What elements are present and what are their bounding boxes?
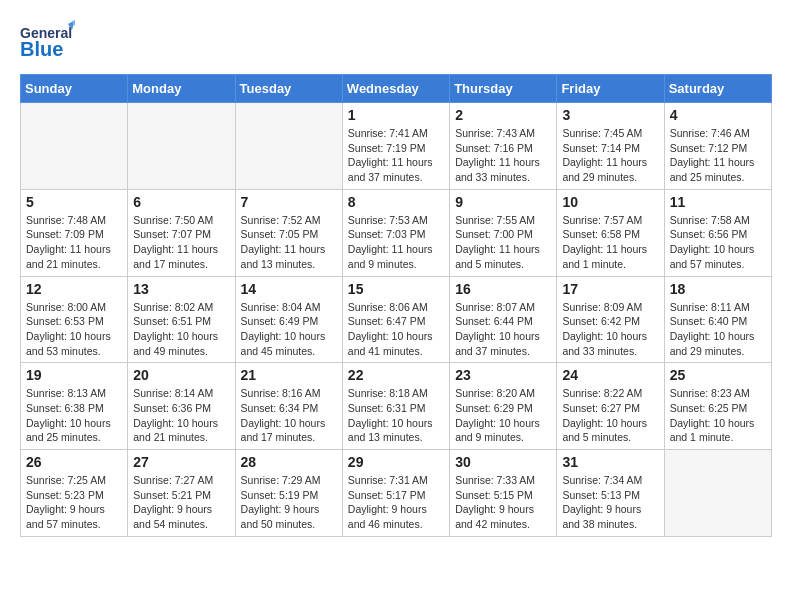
day-info: Sunrise: 7:29 AM Sunset: 5:19 PM Dayligh… (241, 473, 337, 532)
calendar-cell (664, 450, 771, 537)
day-info: Sunrise: 8:22 AM Sunset: 6:27 PM Dayligh… (562, 386, 658, 445)
calendar-cell: 16Sunrise: 8:07 AM Sunset: 6:44 PM Dayli… (450, 276, 557, 363)
calendar-cell: 31Sunrise: 7:34 AM Sunset: 5:13 PM Dayli… (557, 450, 664, 537)
weekday-header-saturday: Saturday (664, 75, 771, 103)
calendar-cell: 21Sunrise: 8:16 AM Sunset: 6:34 PM Dayli… (235, 363, 342, 450)
day-info: Sunrise: 8:07 AM Sunset: 6:44 PM Dayligh… (455, 300, 551, 359)
calendar-cell: 24Sunrise: 8:22 AM Sunset: 6:27 PM Dayli… (557, 363, 664, 450)
day-number: 7 (241, 194, 337, 210)
calendar-cell: 3Sunrise: 7:45 AM Sunset: 7:14 PM Daylig… (557, 103, 664, 190)
calendar-cell: 20Sunrise: 8:14 AM Sunset: 6:36 PM Dayli… (128, 363, 235, 450)
calendar-cell: 5Sunrise: 7:48 AM Sunset: 7:09 PM Daylig… (21, 189, 128, 276)
day-info: Sunrise: 8:14 AM Sunset: 6:36 PM Dayligh… (133, 386, 229, 445)
day-number: 9 (455, 194, 551, 210)
weekday-header-thursday: Thursday (450, 75, 557, 103)
calendar-cell: 6Sunrise: 7:50 AM Sunset: 7:07 PM Daylig… (128, 189, 235, 276)
day-info: Sunrise: 8:18 AM Sunset: 6:31 PM Dayligh… (348, 386, 444, 445)
day-number: 29 (348, 454, 444, 470)
day-info: Sunrise: 8:20 AM Sunset: 6:29 PM Dayligh… (455, 386, 551, 445)
day-info: Sunrise: 7:50 AM Sunset: 7:07 PM Dayligh… (133, 213, 229, 272)
weekday-header-monday: Monday (128, 75, 235, 103)
day-info: Sunrise: 7:55 AM Sunset: 7:00 PM Dayligh… (455, 213, 551, 272)
calendar-cell: 25Sunrise: 8:23 AM Sunset: 6:25 PM Dayli… (664, 363, 771, 450)
calendar-cell: 15Sunrise: 8:06 AM Sunset: 6:47 PM Dayli… (342, 276, 449, 363)
day-info: Sunrise: 8:06 AM Sunset: 6:47 PM Dayligh… (348, 300, 444, 359)
day-info: Sunrise: 7:46 AM Sunset: 7:12 PM Dayligh… (670, 126, 766, 185)
calendar-cell: 1Sunrise: 7:41 AM Sunset: 7:19 PM Daylig… (342, 103, 449, 190)
calendar-cell: 11Sunrise: 7:58 AM Sunset: 6:56 PM Dayli… (664, 189, 771, 276)
day-number: 5 (26, 194, 122, 210)
day-number: 27 (133, 454, 229, 470)
day-number: 24 (562, 367, 658, 383)
day-info: Sunrise: 7:48 AM Sunset: 7:09 PM Dayligh… (26, 213, 122, 272)
calendar-cell: 7Sunrise: 7:52 AM Sunset: 7:05 PM Daylig… (235, 189, 342, 276)
day-info: Sunrise: 8:04 AM Sunset: 6:49 PM Dayligh… (241, 300, 337, 359)
day-info: Sunrise: 7:34 AM Sunset: 5:13 PM Dayligh… (562, 473, 658, 532)
svg-text:Blue: Blue (20, 38, 63, 60)
calendar-cell: 29Sunrise: 7:31 AM Sunset: 5:17 PM Dayli… (342, 450, 449, 537)
day-number: 31 (562, 454, 658, 470)
logo: General Blue (20, 20, 75, 64)
day-info: Sunrise: 7:53 AM Sunset: 7:03 PM Dayligh… (348, 213, 444, 272)
week-row-1: 1Sunrise: 7:41 AM Sunset: 7:19 PM Daylig… (21, 103, 772, 190)
calendar-cell: 14Sunrise: 8:04 AM Sunset: 6:49 PM Dayli… (235, 276, 342, 363)
day-info: Sunrise: 8:23 AM Sunset: 6:25 PM Dayligh… (670, 386, 766, 445)
calendar-cell: 13Sunrise: 8:02 AM Sunset: 6:51 PM Dayli… (128, 276, 235, 363)
weekday-header-friday: Friday (557, 75, 664, 103)
day-number: 21 (241, 367, 337, 383)
day-info: Sunrise: 8:09 AM Sunset: 6:42 PM Dayligh… (562, 300, 658, 359)
day-info: Sunrise: 8:13 AM Sunset: 6:38 PM Dayligh… (26, 386, 122, 445)
day-number: 22 (348, 367, 444, 383)
day-info: Sunrise: 7:25 AM Sunset: 5:23 PM Dayligh… (26, 473, 122, 532)
day-info: Sunrise: 8:00 AM Sunset: 6:53 PM Dayligh… (26, 300, 122, 359)
day-number: 8 (348, 194, 444, 210)
calendar-cell: 10Sunrise: 7:57 AM Sunset: 6:58 PM Dayli… (557, 189, 664, 276)
week-row-5: 26Sunrise: 7:25 AM Sunset: 5:23 PM Dayli… (21, 450, 772, 537)
day-info: Sunrise: 7:57 AM Sunset: 6:58 PM Dayligh… (562, 213, 658, 272)
day-number: 2 (455, 107, 551, 123)
day-number: 3 (562, 107, 658, 123)
calendar-cell: 12Sunrise: 8:00 AM Sunset: 6:53 PM Dayli… (21, 276, 128, 363)
day-number: 11 (670, 194, 766, 210)
day-number: 20 (133, 367, 229, 383)
header: General Blue (20, 20, 772, 64)
weekday-header-sunday: Sunday (21, 75, 128, 103)
day-number: 15 (348, 281, 444, 297)
day-number: 17 (562, 281, 658, 297)
calendar-cell: 28Sunrise: 7:29 AM Sunset: 5:19 PM Dayli… (235, 450, 342, 537)
day-number: 23 (455, 367, 551, 383)
calendar-cell: 23Sunrise: 8:20 AM Sunset: 6:29 PM Dayli… (450, 363, 557, 450)
weekday-header-wednesday: Wednesday (342, 75, 449, 103)
day-number: 30 (455, 454, 551, 470)
calendar-cell: 17Sunrise: 8:09 AM Sunset: 6:42 PM Dayli… (557, 276, 664, 363)
day-info: Sunrise: 7:27 AM Sunset: 5:21 PM Dayligh… (133, 473, 229, 532)
day-number: 28 (241, 454, 337, 470)
calendar-cell: 9Sunrise: 7:55 AM Sunset: 7:00 PM Daylig… (450, 189, 557, 276)
day-info: Sunrise: 8:11 AM Sunset: 6:40 PM Dayligh… (670, 300, 766, 359)
calendar-cell (21, 103, 128, 190)
day-number: 1 (348, 107, 444, 123)
weekday-header-tuesday: Tuesday (235, 75, 342, 103)
logo-svg: General Blue (20, 20, 75, 64)
day-info: Sunrise: 7:43 AM Sunset: 7:16 PM Dayligh… (455, 126, 551, 185)
calendar-cell: 18Sunrise: 8:11 AM Sunset: 6:40 PM Dayli… (664, 276, 771, 363)
day-info: Sunrise: 7:41 AM Sunset: 7:19 PM Dayligh… (348, 126, 444, 185)
day-number: 18 (670, 281, 766, 297)
calendar-cell (235, 103, 342, 190)
day-info: Sunrise: 8:16 AM Sunset: 6:34 PM Dayligh… (241, 386, 337, 445)
day-number: 25 (670, 367, 766, 383)
day-number: 10 (562, 194, 658, 210)
weekday-header-row: SundayMondayTuesdayWednesdayThursdayFrid… (21, 75, 772, 103)
calendar-cell: 30Sunrise: 7:33 AM Sunset: 5:15 PM Dayli… (450, 450, 557, 537)
day-number: 14 (241, 281, 337, 297)
day-number: 6 (133, 194, 229, 210)
day-number: 26 (26, 454, 122, 470)
day-info: Sunrise: 7:33 AM Sunset: 5:15 PM Dayligh… (455, 473, 551, 532)
week-row-3: 12Sunrise: 8:00 AM Sunset: 6:53 PM Dayli… (21, 276, 772, 363)
day-info: Sunrise: 7:58 AM Sunset: 6:56 PM Dayligh… (670, 213, 766, 272)
calendar-cell (128, 103, 235, 190)
day-number: 19 (26, 367, 122, 383)
calendar-cell: 19Sunrise: 8:13 AM Sunset: 6:38 PM Dayli… (21, 363, 128, 450)
day-number: 12 (26, 281, 122, 297)
day-number: 13 (133, 281, 229, 297)
